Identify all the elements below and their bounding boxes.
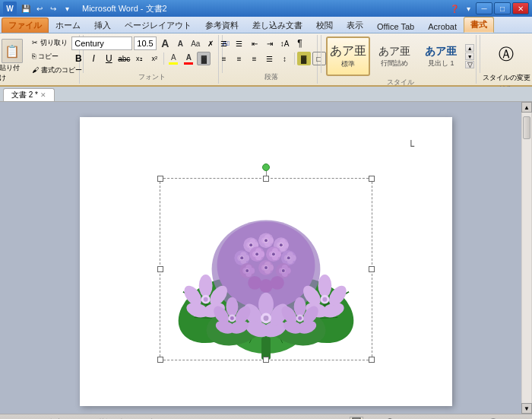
sort-btn[interactable]: ↕A	[278, 37, 292, 50]
qa-dropdown-btn[interactable]: ▾	[61, 2, 73, 14]
undo-quick-btn[interactable]: ↩	[33, 2, 46, 14]
handle-bottom-right[interactable]	[369, 357, 375, 363]
style-heading1-btn[interactable]: あア亜 見出し 1	[419, 37, 463, 76]
image-container[interactable]	[160, 178, 372, 360]
scroll-up-arrow[interactable]: ▲	[521, 102, 532, 113]
hydrangea-image	[160, 179, 372, 360]
underline-btn[interactable]: U	[102, 52, 116, 65]
doc-tab-1[interactable]: 文書 2 * ✕	[3, 88, 55, 101]
line-spacing-btn[interactable]: ↕	[278, 52, 292, 65]
font-name-input[interactable]	[71, 37, 132, 50]
copy-icon: ⎘	[32, 52, 36, 60]
bold-btn[interactable]: B	[71, 52, 85, 65]
borders-btn[interactable]: □	[312, 52, 326, 65]
close-btn[interactable]: ✕	[512, 2, 529, 14]
style-nospace-btn[interactable]: あア亜 行間詰め	[372, 37, 416, 76]
pilcrow-btn[interactable]: ¶	[293, 37, 307, 50]
tab-review[interactable]: 校閲	[309, 17, 340, 33]
handle-bottom-left[interactable]	[157, 357, 163, 363]
superscript-btn[interactable]: x²	[147, 52, 161, 65]
tab-officetab[interactable]: Office Tab	[370, 20, 421, 33]
svg-point-111	[322, 297, 327, 302]
save-quick-btn[interactable]: 💾	[20, 2, 32, 14]
doc-tab-close-btn[interactable]: ✕	[40, 91, 46, 99]
svg-point-84	[240, 256, 243, 259]
para-row2: ≡ ≡ ≡ ☰ ↕ ▓ □	[217, 52, 326, 65]
styles-scroll: ▲ ▼ ▽	[465, 44, 474, 68]
svg-point-89	[264, 266, 268, 269]
paste-label: 貼り付け	[0, 63, 25, 83]
indent-dec-btn[interactable]: ⇤	[248, 37, 261, 50]
svg-point-97	[204, 297, 208, 302]
redo-quick-btn[interactable]: ↪	[47, 2, 59, 14]
svg-point-87	[287, 256, 290, 259]
tab-format[interactable]: 書式	[464, 17, 494, 33]
handle-top-left[interactable]	[157, 176, 163, 182]
help-btn[interactable]: ❓	[448, 2, 461, 14]
scroll-thumb[interactable]	[523, 116, 530, 139]
font-content: A A Aa ✗ A⃝ B I U abc x₂ x² A	[71, 37, 233, 71]
paste-button[interactable]: 📋 貼り付け	[0, 37, 27, 85]
align-center-btn[interactable]: ≡	[233, 52, 246, 65]
numbering-btn[interactable]: ☰	[233, 37, 246, 50]
print-layout-btn[interactable]	[350, 417, 363, 420]
handle-middle-right[interactable]	[369, 266, 375, 272]
ribbon: 📋 貼り付け ✂ 切り取り ⎘ コピー 🖌 書式のコピー クリップボード	[0, 33, 532, 87]
styles-scroll-up[interactable]: ▲	[465, 44, 474, 52]
text-cursor: └	[408, 140, 414, 152]
bullets-btn[interactable]: ☰	[217, 37, 231, 50]
para-shading-btn[interactable]: ▓	[297, 52, 311, 65]
clear-format-btn[interactable]: ✗	[204, 37, 217, 50]
font-size-input[interactable]	[134, 37, 157, 50]
shrink-font-btn[interactable]: A	[173, 37, 187, 50]
tab-pagelayout[interactable]: ページレイアウト	[118, 17, 198, 33]
quick-access-toolbar: 💾 ↩ ↪ ▾	[20, 2, 73, 14]
shading-btn[interactable]: ▓	[197, 52, 211, 65]
svg-point-81	[249, 243, 252, 246]
svg-point-82	[264, 239, 268, 242]
divider-3	[321, 35, 321, 73]
maximize-btn[interactable]: □	[494, 2, 511, 14]
style-normal-btn[interactable]: あア亜 標準	[326, 37, 370, 76]
justify-btn[interactable]: ☰	[263, 52, 277, 65]
indent-inc-btn[interactable]: ⇥	[263, 37, 277, 50]
web-layout-btn[interactable]	[383, 417, 397, 420]
style-h1-label: 見出し 1	[428, 59, 454, 68]
handle-bottom-center[interactable]	[263, 357, 269, 363]
strikethrough-btn[interactable]: abc	[117, 52, 131, 65]
tab-home[interactable]: ホーム	[49, 17, 87, 33]
styles-more-btn[interactable]: ▽	[465, 61, 474, 68]
outline-btn[interactable]	[400, 417, 413, 420]
status-right: | − + 100%	[350, 417, 527, 420]
tab-insert[interactable]: 挿入	[87, 17, 118, 33]
ribbon-toggle-btn[interactable]: ▾	[462, 2, 474, 14]
styles-scroll-down[interactable]: ▼	[465, 52, 474, 60]
handle-top-right[interactable]	[369, 176, 375, 182]
handle-middle-left[interactable]	[157, 266, 163, 272]
scroll-down-arrow[interactable]: ▼	[521, 403, 532, 414]
style-nospace-preview: あア亜	[378, 45, 410, 59]
app-icon: W	[3, 2, 17, 15]
rotation-handle[interactable]	[262, 163, 270, 171]
full-reading-btn[interactable]	[366, 417, 380, 420]
italic-btn[interactable]: I	[87, 52, 100, 65]
minimize-btn[interactable]: ─	[476, 2, 492, 14]
tab-mailings[interactable]: 差し込み文書	[245, 17, 309, 33]
draft-btn[interactable]	[416, 417, 430, 420]
align-right-btn[interactable]: ≡	[248, 52, 261, 65]
change-styles-btn[interactable]: Ⓐ	[486, 37, 526, 71]
subscript-btn[interactable]: x₂	[132, 52, 146, 65]
svg-point-83	[280, 243, 283, 246]
highlight-btn[interactable]: A	[166, 52, 180, 65]
align-left-btn[interactable]: ≡	[217, 52, 231, 65]
tab-file[interactable]: ファイル	[2, 17, 49, 33]
tab-acrobat[interactable]: Acrobat	[421, 20, 464, 33]
tab-view[interactable]: 表示	[340, 17, 370, 33]
handle-top-center[interactable]	[263, 176, 269, 182]
grow-font-btn[interactable]: A	[158, 37, 172, 50]
ribbon-tabs: ファイル ホーム 挿入 ページレイアウト 参考資料 差し込み文書 校閲 表示 O…	[0, 17, 532, 33]
change-case-btn[interactable]: Aa	[188, 37, 202, 50]
tab-references[interactable]: 参考資料	[198, 17, 245, 33]
style-normal-preview: あア亜	[330, 43, 366, 59]
font-color-btn[interactable]: A	[182, 52, 195, 65]
